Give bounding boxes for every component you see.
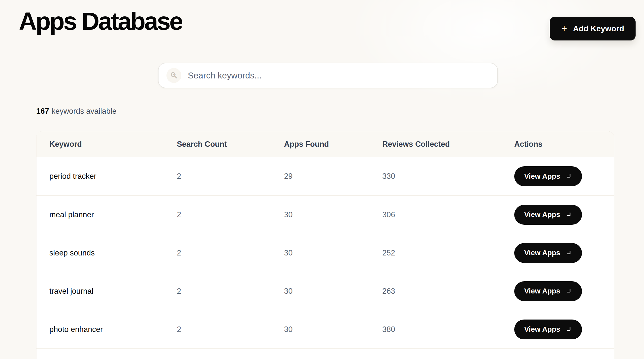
view-apps-button[interactable]: View Apps [514, 205, 582, 225]
add-keyword-label: Add Keyword [573, 24, 624, 33]
cell-keyword: period tracker [49, 172, 177, 181]
view-apps-button[interactable]: View Apps [514, 166, 582, 186]
view-apps-label: View Apps [524, 211, 560, 219]
cell-search-count: 2 [177, 248, 284, 257]
keywords-summary: 167keywords available [36, 107, 116, 116]
table-row: photo enhancer 2 30 380 View Apps [36, 310, 614, 348]
view-apps-label: View Apps [524, 325, 560, 333]
cell-reviews-collected: 252 [382, 248, 514, 257]
cell-search-count: 2 [177, 325, 284, 334]
view-apps-button[interactable]: View Apps [514, 319, 582, 339]
cell-reviews-collected: 380 [382, 325, 514, 334]
cell-apps-found: 30 [284, 325, 382, 334]
page-title: Apps Database [19, 7, 182, 36]
cell-reviews-collected: 330 [382, 172, 514, 181]
cell-keyword: photo enhancer [49, 325, 177, 334]
cell-search-count: 2 [177, 172, 284, 181]
cell-apps-found: 30 [284, 287, 382, 296]
view-apps-label: View Apps [524, 287, 560, 295]
add-keyword-button[interactable]: + Add Keyword [550, 17, 636, 41]
view-apps-button[interactable]: View Apps [514, 243, 582, 263]
view-apps-label: View Apps [524, 172, 560, 180]
column-header-actions: Actions [514, 140, 604, 149]
keywords-table: Keyword Search Count Apps Found Reviews … [36, 131, 614, 359]
table-row-partial [36, 348, 614, 359]
table-row: meal planner 2 30 306 View Apps [36, 195, 614, 234]
view-apps-label: View Apps [524, 249, 560, 257]
keywords-count: 167 [36, 107, 49, 115]
return-icon [565, 326, 572, 333]
cell-search-count: 2 [177, 210, 284, 219]
column-header-keyword: Keyword [49, 140, 177, 149]
search-bar: 🔍︎ [158, 63, 498, 88]
column-header-reviews-collected: Reviews Collected [382, 140, 514, 149]
plus-icon: + [561, 23, 567, 33]
keywords-count-label: keywords available [52, 107, 116, 115]
search-input[interactable] [158, 63, 498, 88]
cell-reviews-collected: 263 [382, 287, 514, 296]
table-row: period tracker 2 29 330 View Apps [36, 157, 614, 195]
table-row: sleep sounds 2 30 252 View Apps [36, 234, 614, 272]
cell-reviews-collected: 306 [382, 210, 514, 219]
cell-apps-found: 29 [284, 172, 382, 181]
cell-keyword: travel journal [49, 287, 177, 296]
table-body: period tracker 2 29 330 View Apps meal p… [36, 157, 614, 348]
cell-search-count: 2 [177, 287, 284, 296]
return-icon [565, 249, 572, 256]
return-icon [565, 173, 572, 180]
return-icon [565, 288, 572, 295]
return-icon [565, 211, 572, 218]
cell-apps-found: 30 [284, 210, 382, 219]
table-row: travel journal 2 30 263 View Apps [36, 272, 614, 310]
column-header-apps-found: Apps Found [284, 140, 382, 149]
column-header-search-count: Search Count [177, 140, 284, 149]
view-apps-button[interactable]: View Apps [514, 281, 582, 301]
table-header-row: Keyword Search Count Apps Found Reviews … [36, 131, 614, 157]
cell-apps-found: 30 [284, 248, 382, 257]
cell-keyword: sleep sounds [49, 248, 177, 257]
cell-keyword: meal planner [49, 210, 177, 219]
